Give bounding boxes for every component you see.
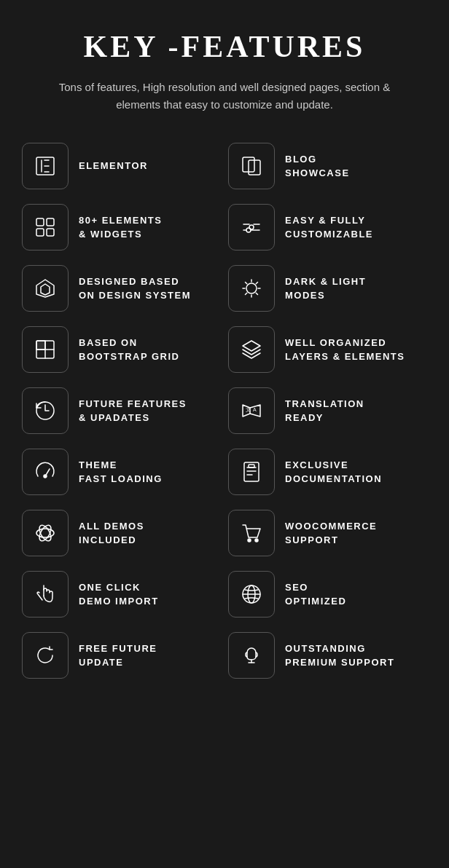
documentation-icon — [228, 449, 275, 495]
feature-item-future-features: FUTURE FEATURES & UPADATES — [22, 387, 221, 434]
feature-item-translation: 文ATRANSLATION READY — [228, 387, 427, 434]
feature-item-fast-loading: THEME FAST LOADING — [22, 449, 221, 495]
demo-import-icon — [22, 571, 69, 618]
demos-label: ALL DEMOS INCLUDED — [79, 519, 144, 548]
documentation-label: EXCLUSIVE DOCUMENTATION — [285, 458, 382, 486]
blog-showcase-icon — [228, 143, 275, 189]
feature-item-layers: WELL ORGANIZED LAYERS & ELEMENTS — [228, 326, 427, 373]
woocommerce-icon — [228, 510, 275, 556]
demos-icon — [22, 510, 69, 556]
svg-rect-7 — [36, 218, 44, 226]
woocommerce-label: WOOCOMMERCE SUPPORT — [285, 519, 377, 548]
future-features-icon — [22, 387, 69, 434]
free-update-label: FREE FUTURE UPDATE — [79, 642, 157, 670]
support-icon — [228, 632, 275, 679]
bootstrap-label: BASED ON BOOTSTRAP GRID — [79, 336, 180, 364]
svg-text:A: A — [253, 407, 257, 412]
svg-point-47 — [248, 539, 251, 542]
svg-rect-39 — [244, 462, 259, 481]
translation-icon: 文A — [228, 387, 275, 434]
demo-import-label: ONE CLICK DEMO IMPORT — [79, 580, 159, 609]
free-update-icon — [22, 632, 69, 679]
svg-text:文: 文 — [246, 407, 251, 412]
svg-rect-43 — [249, 465, 254, 467]
fast-loading-icon — [22, 449, 69, 495]
svg-line-27 — [246, 293, 247, 294]
feature-item-seo: SEO OPTIMIZED — [228, 571, 427, 618]
page-header: KEY -FEATURES Tons of features, High res… — [22, 29, 427, 114]
feature-item-elements-widgets: 80+ ELEMENTS & WIDGETS — [22, 204, 221, 250]
feature-item-woocommerce: WOOCOMMERCE SUPPORT — [228, 510, 427, 556]
feature-item-easy-customizable: EASY & FULLY CUSTOMIZABLE — [228, 204, 427, 250]
dark-light-label: DARK & LIGHT MODES — [285, 275, 366, 303]
feature-item-documentation: EXCLUSIVE DOCUMENTATION — [228, 449, 427, 495]
elementor-label: ELEMENTOR — [79, 159, 148, 173]
svg-point-16 — [246, 228, 251, 232]
feature-item-demo-import: ONE CLICK DEMO IMPORT — [22, 571, 221, 618]
svg-rect-9 — [36, 229, 44, 236]
page-subtitle: Tons of features, High resolution and we… — [50, 79, 399, 114]
svg-point-48 — [255, 539, 258, 542]
svg-marker-32 — [243, 341, 260, 351]
bootstrap-icon — [22, 326, 69, 373]
layers-icon — [228, 326, 275, 373]
translation-label: TRANSLATION READY — [285, 397, 364, 425]
svg-rect-31 — [36, 341, 45, 350]
design-system-label: DESIGNED BASED ON DESIGN SYSTEM — [79, 275, 191, 303]
support-label: OUTSTANDING PREMIUM SUPPORT — [285, 642, 394, 670]
seo-icon — [228, 571, 275, 618]
feature-item-demos: ALL DEMOS INCLUDED — [22, 510, 221, 556]
svg-line-26 — [256, 283, 257, 284]
svg-rect-10 — [47, 229, 54, 236]
elementor-icon — [22, 143, 69, 189]
dark-light-icon — [228, 265, 275, 312]
easy-customizable-icon — [228, 204, 275, 250]
easy-customizable-label: EASY & FULLY CUSTOMIZABLE — [285, 213, 373, 242]
feature-item-free-update: FREE FUTURE UPDATE — [22, 632, 221, 679]
blog-showcase-label: BLOG SHOWCASE — [285, 152, 350, 181]
future-features-label: FUTURE FEATURES & UPADATES — [79, 397, 187, 425]
feature-item-design-system: DESIGNED BASED ON DESIGN SYSTEM — [22, 265, 221, 312]
feature-item-elementor: ELEMENTOR — [22, 143, 221, 189]
elements-widgets-icon — [22, 204, 69, 250]
feature-item-support: OUTSTANDING PREMIUM SUPPORT — [228, 632, 427, 679]
feature-item-bootstrap: BASED ON BOOTSTRAP GRID — [22, 326, 221, 373]
svg-point-38 — [44, 475, 47, 478]
svg-line-25 — [256, 293, 257, 294]
layers-label: WELL ORGANIZED LAYERS & ELEMENTS — [285, 336, 405, 364]
feature-item-blog-showcase: BLOG SHOWCASE — [228, 143, 427, 189]
svg-marker-18 — [41, 284, 50, 295]
fast-loading-label: THEME FAST LOADING — [79, 458, 163, 486]
svg-point-19 — [246, 283, 257, 293]
svg-line-24 — [246, 283, 247, 284]
feature-item-dark-light: DARK & LIGHT MODES — [228, 265, 427, 312]
features-grid: ELEMENTORBLOG SHOWCASE80+ ELEMENTS & WID… — [22, 143, 427, 679]
elements-widgets-label: 80+ ELEMENTS & WIDGETS — [79, 213, 162, 242]
page-title: KEY -FEATURES — [22, 29, 427, 64]
svg-rect-8 — [47, 218, 54, 226]
design-system-icon — [22, 265, 69, 312]
seo-label: SEO OPTIMIZED — [285, 580, 346, 609]
